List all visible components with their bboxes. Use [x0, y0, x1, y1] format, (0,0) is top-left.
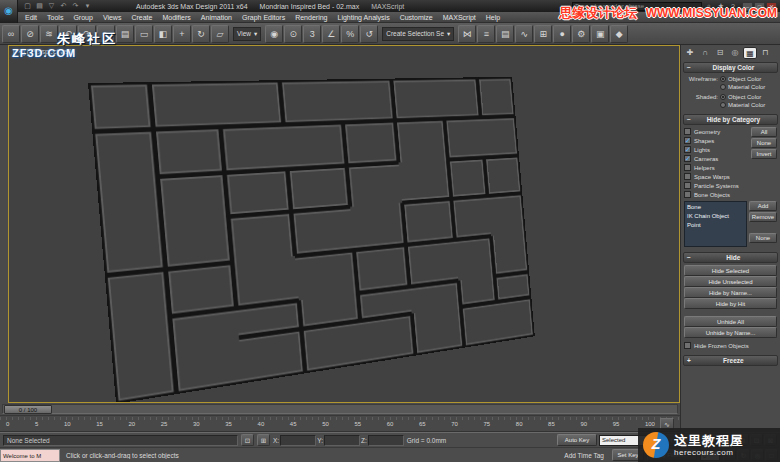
select-and-move-icon[interactable]: +	[173, 25, 191, 43]
category-listbox[interactable]: BoneIK Chain ObjectPoint	[684, 201, 747, 247]
select-and-scale-icon[interactable]: ▱	[211, 25, 229, 43]
percent-snap-toggle-icon[interactable]: %	[341, 25, 359, 43]
hide-button[interactable]: Hide by Name...	[684, 287, 777, 298]
spinner-snap-toggle-icon[interactable]: ↺	[360, 25, 378, 43]
render-setup-icon[interactable]: ⚙	[572, 25, 590, 43]
y-coordinate-field[interactable]	[324, 435, 360, 446]
menu-item[interactable]: Animation	[196, 12, 237, 23]
category-filter-button[interactable]: None	[751, 138, 777, 148]
category-row[interactable]: Particle Systems	[684, 181, 777, 190]
hide-button[interactable]: Hide by Hit	[684, 298, 777, 309]
maxscript-mini-listener[interactable]: Welcome to M	[0, 449, 60, 462]
menu-item[interactable]: Customize	[395, 12, 438, 23]
time-slider[interactable]: 0 / 100	[0, 403, 680, 416]
list-button[interactable]: Add	[749, 201, 777, 211]
hide-frozen-checkbox[interactable]	[684, 342, 691, 349]
category-row[interactable]: Bone Objects	[684, 190, 777, 199]
rectangular-selection-region-icon[interactable]: ▭	[135, 25, 153, 43]
select-and-manipulate-icon[interactable]: ⊙	[284, 25, 302, 43]
add-time-tag-button[interactable]: Add Time Tag	[564, 452, 604, 459]
list-button[interactable]: None	[749, 233, 777, 243]
select-by-name-icon[interactable]: ▤	[116, 25, 134, 43]
menu-item[interactable]: Modifiers	[157, 12, 195, 23]
named-selection-set-dropdown[interactable]: Create Selection Se ▾	[382, 27, 454, 41]
category-checkbox[interactable]	[684, 182, 691, 189]
track-bar[interactable]: 0510152025303540455055606570758085909510…	[0, 416, 680, 432]
mondrian-bed-object[interactable]	[88, 45, 674, 403]
material-editor-icon[interactable]: ●	[553, 25, 571, 43]
selection-lock-icon[interactable]: ⊡	[241, 434, 254, 446]
menu-item[interactable]: Group	[68, 12, 97, 23]
redo-icon[interactable]: ↷	[70, 2, 81, 10]
list-item[interactable]: Bone	[687, 203, 744, 211]
shaded-object-color-radio[interactable]: Object Color	[720, 93, 777, 101]
tab-hierarchy[interactable]: ⊟	[713, 47, 727, 59]
category-checkbox[interactable]	[684, 128, 691, 135]
tab-create[interactable]: ✚	[683, 47, 697, 59]
category-filter-button[interactable]: All	[751, 127, 777, 137]
unlink-selection-icon[interactable]: ⊘	[21, 25, 39, 43]
mirror-icon[interactable]: ⋈	[458, 25, 476, 43]
category-row[interactable]: Helpers	[684, 163, 777, 172]
window-crossing-icon[interactable]: ◧	[154, 25, 172, 43]
x-coordinate-field[interactable]	[280, 435, 316, 446]
menu-item[interactable]: Graph Editors	[237, 12, 290, 23]
layer-manager-icon[interactable]: ▤	[496, 25, 514, 43]
display-color-rollout-header[interactable]: − Display Color	[683, 62, 778, 73]
unhide-button[interactable]: Unhide All	[684, 316, 777, 327]
freeze-rollout-header[interactable]: + Freeze	[683, 355, 778, 366]
category-row[interactable]: Space Warps	[684, 172, 777, 181]
rendered-frame-window-icon[interactable]: ▣	[591, 25, 609, 43]
time-slider-track[interactable]: 0 / 100	[2, 404, 678, 414]
category-checkbox[interactable]	[684, 155, 691, 162]
category-checkbox[interactable]	[684, 164, 691, 171]
tab-motion[interactable]: ◎	[728, 47, 742, 59]
angle-snap-toggle-icon[interactable]: ∠	[322, 25, 340, 43]
menu-item[interactable]: Rendering	[290, 12, 332, 23]
new-scene-icon[interactable]: ▢	[22, 2, 33, 10]
tab-display[interactable]: ▦	[743, 47, 757, 59]
workspace-dropdown-icon[interactable]: ▾	[82, 2, 93, 10]
list-button[interactable]: Remove	[749, 212, 777, 222]
wireframe-material-color-radio[interactable]: Material Color	[720, 83, 777, 91]
menu-item[interactable]: Views	[98, 12, 127, 23]
category-checkbox[interactable]	[684, 173, 691, 180]
absolute-mode-icon[interactable]: ⊞	[257, 434, 270, 446]
menu-item[interactable]: Tools	[42, 12, 68, 23]
use-pivot-point-center-icon[interactable]: ◉	[265, 25, 283, 43]
menu-item[interactable]: Lighting Analysis	[332, 12, 394, 23]
list-item[interactable]: IK Chain Object	[687, 212, 744, 220]
category-checkbox[interactable]	[684, 137, 691, 144]
menu-item[interactable]: Help	[481, 12, 505, 23]
align-icon[interactable]: ≡	[477, 25, 495, 43]
hide-by-category-rollout-header[interactable]: − Hide by Category	[683, 114, 778, 125]
menu-item[interactable]: MAXScript	[438, 12, 481, 23]
schematic-view-icon[interactable]: ⊞	[534, 25, 552, 43]
hide-frozen-objects-row[interactable]: Hide Frozen Objects	[684, 341, 777, 350]
category-checkbox[interactable]	[684, 146, 691, 153]
tab-modify[interactable]: ∩	[698, 47, 712, 59]
category-filter-button[interactable]: Invert	[751, 149, 777, 159]
tab-utilities[interactable]: ⊓	[758, 47, 772, 59]
list-item[interactable]: Point	[687, 221, 744, 229]
select-and-rotate-icon[interactable]: ↻	[192, 25, 210, 43]
shaded-material-color-radio[interactable]: Material Color	[720, 101, 777, 109]
render-production-icon[interactable]: ◆	[610, 25, 628, 43]
perspective-viewport[interactable]: [ + ] [ Perspective ]	[8, 45, 680, 403]
curve-editor-icon[interactable]: ∿	[515, 25, 533, 43]
application-button[interactable]: ◉	[0, 0, 18, 23]
unhide-button[interactable]: Unhide by Name...	[684, 327, 777, 338]
z-coordinate-field[interactable]	[368, 435, 404, 446]
hide-rollout-header[interactable]: − Hide	[683, 252, 778, 263]
time-slider-handle[interactable]: 0 / 100	[4, 405, 52, 414]
bind-to-space-warp-icon[interactable]: ≋	[40, 25, 58, 43]
hide-button[interactable]: Hide Unselected	[684, 276, 777, 287]
undo-icon[interactable]: ↶	[58, 2, 69, 10]
hide-button[interactable]: Hide Selected	[684, 265, 777, 276]
select-and-link-icon[interactable]: ∞	[2, 25, 20, 43]
menu-item[interactable]: Create	[126, 12, 157, 23]
reference-coordinate-dropdown[interactable]: View ▾	[233, 27, 261, 41]
category-checkbox[interactable]	[684, 191, 691, 198]
save-file-icon[interactable]: ▽	[46, 2, 57, 10]
auto-key-button[interactable]: Auto Key	[557, 434, 597, 446]
